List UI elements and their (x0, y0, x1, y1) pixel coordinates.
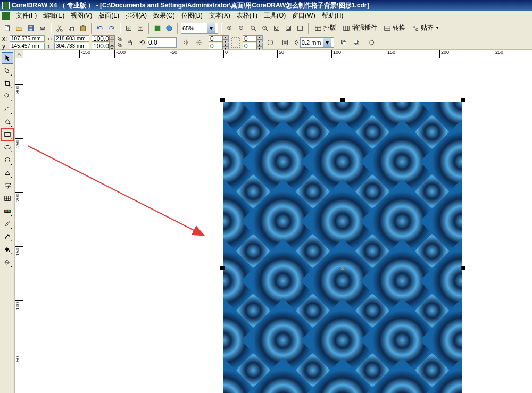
width-input[interactable]: 218.603 mm (54, 35, 89, 42)
corner-tr-input[interactable]: 0▴▾ (243, 35, 263, 42)
crop-tool[interactable] (2, 78, 13, 89)
toolbox: 字 (0, 50, 15, 393)
zoom-selection-button[interactable] (295, 23, 305, 34)
menu-help[interactable]: 帮助(H) (319, 11, 347, 20)
svg-point-39 (371, 39, 372, 40)
mirror-v-button[interactable] (194, 37, 204, 48)
pick-tool[interactable] (2, 52, 13, 64)
rectangle-tool[interactable] (2, 129, 13, 140)
selected-rectangle-object[interactable] (223, 102, 462, 393)
transform-button[interactable]: 转换 (381, 23, 408, 34)
ellipse-tool[interactable] (2, 141, 13, 153)
rotation-input[interactable]: 0.0 (147, 37, 177, 48)
svg-point-43 (4, 68, 5, 69)
corner-tl-input[interactable]: 0▴▾ (209, 35, 229, 42)
selection-handle-tc[interactable] (340, 98, 345, 102)
chevron-down-icon[interactable]: ▾ (207, 23, 215, 33)
menu-tools[interactable]: 工具(O) (261, 11, 289, 20)
outline-width-input[interactable] (301, 39, 323, 46)
chevron-down-icon[interactable]: ▾ (323, 38, 331, 47)
size-group: ↔218.603 mm ↕304.733 mm (47, 35, 89, 49)
y-label: y: (2, 43, 9, 50)
svg-point-45 (8, 123, 10, 125)
svg-rect-58 (223, 102, 462, 393)
enhance-plugin-button[interactable]: 增强插件 (340, 23, 380, 34)
print-button[interactable] (37, 23, 48, 34)
selection-handle-ml[interactable] (220, 266, 225, 270)
zoom-fit-button[interactable] (260, 23, 270, 34)
svg-rect-50 (4, 210, 7, 212)
interactive-tool[interactable] (2, 205, 13, 217)
menu-table[interactable]: 表格(T) (234, 11, 261, 20)
selection-center-icon[interactable]: × (340, 265, 344, 272)
zoom-in-button[interactable] (225, 23, 235, 34)
ruler-origin[interactable] (15, 50, 23, 58)
canvas-viewport[interactable]: × (23, 58, 532, 393)
menu-text[interactable]: 文本(X) (206, 11, 234, 20)
menu-window[interactable]: 窗口(W) (289, 11, 318, 20)
interactive-fill-tool[interactable] (2, 256, 13, 268)
corner-br-input[interactable]: 0▴▾ (243, 43, 263, 49)
to-front-button[interactable] (338, 37, 349, 48)
menu-arrange[interactable]: 排列(A) (122, 11, 150, 20)
convert-curves-button[interactable] (366, 37, 377, 48)
table-tool[interactable] (2, 193, 13, 204)
menu-layout[interactable]: 版面(L) (95, 11, 122, 20)
open-button[interactable] (14, 23, 24, 34)
basic-shapes-tool[interactable] (2, 167, 13, 179)
eyedropper-tool[interactable] (2, 218, 13, 230)
wrap-text-button[interactable] (280, 37, 290, 48)
welcome-button[interactable] (164, 23, 174, 34)
percent-label-x: %% (118, 37, 122, 48)
mirror-h-button[interactable] (181, 37, 192, 48)
height-input[interactable]: 304.733 mm (54, 43, 89, 49)
selection-handle-mr[interactable] (461, 266, 465, 270)
zoom-page-button[interactable] (283, 23, 294, 34)
outline-width-combo[interactable]: ▾ (300, 37, 334, 48)
scale-y-input[interactable]: 100.0▴▾ (92, 43, 115, 49)
outline-tool[interactable] (2, 231, 13, 243)
new-button[interactable] (2, 23, 13, 34)
menu-file[interactable]: 文件(F) (13, 11, 40, 20)
cut-button[interactable] (54, 23, 65, 34)
smart-fill-tool[interactable] (2, 116, 13, 128)
zoom-out-button[interactable] (236, 23, 247, 34)
ruler-horizontal[interactable]: -150-100-50050100150200250 (23, 50, 532, 58)
snap-button[interactable]: 贴齐▾ (409, 23, 441, 34)
selection-handle-tr[interactable] (461, 98, 465, 102)
svg-rect-32 (268, 40, 273, 45)
redo-button[interactable] (106, 23, 117, 34)
menu-bitmaps[interactable]: 位图(B) (178, 11, 206, 20)
y-position-input[interactable]: 145.457 mm (10, 43, 45, 49)
save-button[interactable] (26, 23, 36, 34)
zoom-all-button[interactable] (271, 23, 282, 34)
fill-tool[interactable] (2, 244, 13, 255)
scale-x-input[interactable]: 100.0▴▾ (92, 35, 115, 42)
svg-point-23 (275, 27, 278, 29)
export-button[interactable] (135, 23, 146, 34)
corner-bl-input[interactable]: 0▴▾ (209, 43, 229, 49)
zoom-level-combo[interactable]: ▾ (181, 23, 218, 34)
layout-mode-button[interactable]: 排版 (312, 23, 339, 34)
menu-edit[interactable]: 编辑(E) (40, 11, 68, 20)
paste-button[interactable] (78, 23, 88, 34)
polygon-tool[interactable] (2, 154, 13, 166)
ruler-vertical[interactable]: 30025020015010050 (15, 58, 23, 393)
lock-ratio-button[interactable] (124, 37, 135, 48)
to-back-button[interactable] (351, 37, 362, 48)
zoom-100-button[interactable] (248, 23, 259, 34)
import-button[interactable] (123, 23, 134, 34)
copy-button[interactable] (66, 23, 77, 34)
selection-handle-tl[interactable] (220, 98, 225, 102)
freehand-tool[interactable] (2, 103, 13, 115)
round-corners-button[interactable] (265, 37, 276, 48)
x-position-input[interactable]: 107.575 mm (10, 35, 45, 42)
zoom-tool[interactable] (2, 90, 13, 102)
shape-tool[interactable] (2, 65, 13, 77)
zoom-level-input[interactable] (181, 25, 207, 31)
app-launcher-button[interactable] (152, 23, 163, 34)
undo-button[interactable] (95, 23, 105, 34)
menu-effects[interactable]: 效果(C) (150, 11, 178, 20)
menu-view[interactable]: 视图(V) (68, 11, 95, 20)
text-tool[interactable]: 字 (2, 180, 13, 191)
